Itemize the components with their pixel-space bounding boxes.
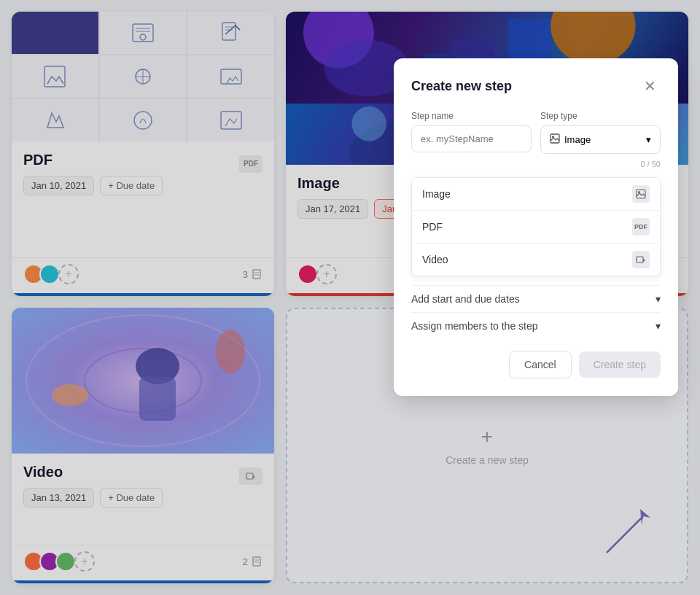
step-type-select[interactable]: Image ▾ — [540, 125, 661, 154]
modal-title: Create new step — [411, 79, 512, 94]
modal-footer: Cancel Create step — [411, 351, 661, 378]
add-dates-label: Add start and due dates — [411, 293, 520, 305]
selected-type-icon — [550, 133, 560, 146]
chevron-down-icon: ▾ — [646, 134, 651, 145]
image-option-icon — [632, 185, 650, 203]
video-option-icon — [632, 251, 650, 268]
type-option-image[interactable]: Image — [412, 178, 660, 211]
step-name-field: Step name — [411, 111, 532, 154]
svg-rect-50 — [551, 134, 559, 143]
add-dates-chevron: ▾ — [656, 293, 661, 305]
char-count: 0 / 50 — [411, 160, 661, 168]
svg-rect-54 — [637, 257, 643, 262]
svg-marker-55 — [643, 259, 645, 262]
modal-header: Create new step ✕ — [411, 76, 661, 96]
modal-close-button[interactable]: ✕ — [639, 76, 661, 96]
cancel-button[interactable]: Cancel — [509, 351, 572, 378]
image-option-label: Image — [422, 188, 451, 200]
type-option-video[interactable]: Video — [412, 244, 660, 276]
svg-point-51 — [552, 136, 554, 138]
modal-fields: Step name Step type Image ▾ — [411, 111, 661, 154]
pdf-option-label: PDF — [422, 221, 443, 233]
step-type-field: Step type Image ▾ — [540, 111, 661, 154]
create-step-modal: Create new step ✕ Step name Step type Im… — [394, 58, 678, 396]
pdf-option-icon: PDF — [632, 218, 650, 236]
step-name-input[interactable] — [411, 125, 532, 152]
type-dropdown-menu: Image PDF PDF Video — [411, 177, 661, 276]
svg-rect-52 — [637, 190, 645, 198]
modal-overlay: Create new step ✕ Step name Step type Im… — [0, 0, 700, 595]
selected-type-label: Image — [564, 134, 591, 145]
assign-members-label: Assign members to the step — [411, 320, 538, 332]
step-type-label: Step type — [540, 111, 661, 121]
type-option-pdf[interactable]: PDF PDF — [412, 211, 660, 244]
svg-point-53 — [638, 191, 640, 193]
video-option-label: Video — [422, 254, 448, 265]
add-dates-row[interactable]: Add start and due dates ▾ — [411, 285, 661, 312]
create-step-button[interactable]: Create step — [579, 351, 661, 378]
assign-members-chevron: ▾ — [656, 320, 661, 332]
assign-members-row[interactable]: Assign members to the step ▾ — [411, 312, 661, 339]
step-name-label: Step name — [411, 111, 532, 121]
